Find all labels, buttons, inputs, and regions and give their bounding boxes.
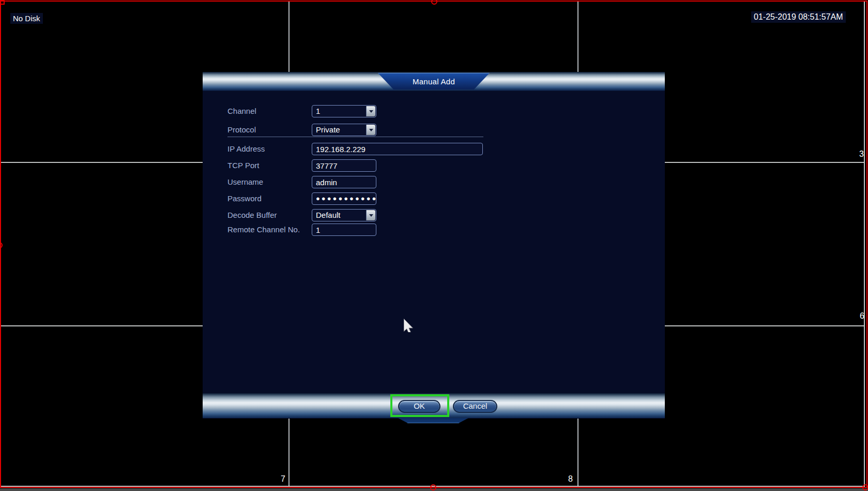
dialog-title: Manual Add [378,73,490,90]
screen-bottom-strip [0,488,868,491]
nvr-live-view-screen: 3 6 7 8 No Disk 01-25-2019 08:51:57AM Ma… [0,0,868,491]
annotation-anchor-top-center [431,0,437,5]
camera-cell-number-7: 7 [281,474,285,484]
chevron-down-icon [369,129,373,131]
ip-address-label: IP Address [227,143,265,155]
form-divider [227,137,483,137]
username-label: Username [227,176,263,188]
tcp-port-label: TCP Port [227,159,259,172]
remote-channel-input[interactable] [312,224,376,236]
password-label: Password [227,192,262,205]
grid-right-edge [864,2,865,486]
cancel-button[interactable]: Cancel [453,400,497,413]
ok-button-highlight-box [390,394,449,417]
dialog-bottom-tab [398,418,468,423]
protocol-dropdown-button[interactable] [366,125,375,135]
channel-label: Channel [227,105,256,117]
protocol-value: Private [316,124,340,136]
channel-dropdown-button[interactable] [366,106,375,116]
password-masked-value: ●●●●●●●●●●● [316,193,377,204]
channel-value: 1 [316,106,320,117]
dialog-title-tab: Manual Add [378,73,490,90]
decode-buffer-value: Default [316,210,341,221]
username-input[interactable] [312,176,376,188]
camera-cell-number-8: 8 [568,474,573,484]
decode-buffer-label: Decode Buffer [227,209,277,221]
datetime-display: 01-25-2019 08:51:57AM [751,11,846,23]
protocol-dropdown[interactable]: Private [312,124,376,136]
camera-cell-number-3: 3 [859,150,864,159]
no-disk-status: No Disk [10,13,43,24]
tcp-port-input[interactable] [312,159,376,172]
dialog-button-bar: OK Cancel [203,393,665,418]
channel-dropdown[interactable]: 1 [312,105,376,117]
decode-buffer-dropdown-button[interactable] [366,210,375,220]
annotation-anchor-left-middle [0,242,3,248]
grid-bottom-edge [1,486,865,487]
remote-channel-label: Remote Channel No. [227,224,300,236]
manual-add-dialog: Manual Add Channel 1 Protocol Private [203,72,665,419]
chevron-down-icon [369,214,373,217]
annotation-anchor-top-left [0,0,5,5]
ip-address-input[interactable] [312,143,483,155]
password-input[interactable]: ●●●●●●●●●●● [312,192,376,205]
protocol-label: Protocol [227,124,256,136]
dialog-title-bar: Manual Add [203,72,665,91]
chevron-down-icon [369,110,373,113]
decode-buffer-dropdown[interactable]: Default [312,209,376,221]
